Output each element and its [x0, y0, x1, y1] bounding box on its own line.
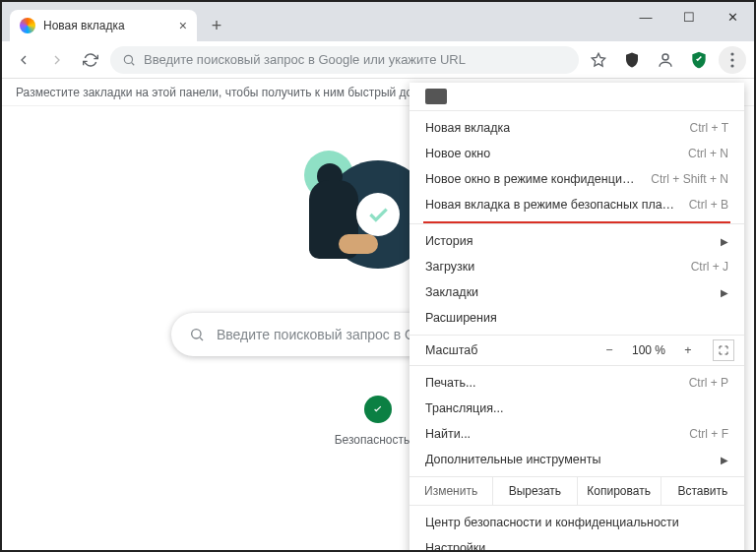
menu-cast[interactable]: Трансляция... [410, 396, 744, 421]
menu-history[interactable]: История ▶ [410, 228, 744, 254]
menu-edit-row: Изменить Вырезать Копировать Вставить [410, 476, 744, 506]
menu-button[interactable] [719, 46, 746, 74]
menu-label: Трансляция... [425, 401, 503, 415]
menu-label: Найти... [425, 427, 471, 441]
menu-label: Расширения [425, 311, 497, 325]
menu-label: Закладки [425, 285, 478, 299]
status-shield-icon [364, 396, 392, 423]
menu-label: Загрузки [425, 260, 474, 274]
menu-label: История [425, 234, 472, 248]
menu-security-center[interactable]: Центр безопасности и конфиденциальности [410, 510, 744, 535]
window-controls: — ☐ ✕ [624, 2, 754, 31]
menu-extensions[interactable]: Расширения [410, 305, 744, 331]
search-icon [122, 53, 136, 67]
menu-edit-label: Изменить [410, 477, 493, 505]
browser-tab[interactable]: Новая вкладка × [10, 10, 197, 41]
menu-label: Новое окно [425, 147, 490, 160]
menu-zoom: Масштаб − 100 % + [410, 336, 744, 365]
maximize-button[interactable]: ☐ [667, 2, 711, 31]
menu-label: Дополнительные инструменты [425, 453, 600, 466]
menu-downloads[interactable]: Загрузки Ctrl + J [410, 254, 744, 279]
svg-point-0 [124, 55, 132, 63]
toolbar: Введите поисковый запрос в Google или ук… [2, 41, 754, 79]
zoom-in-button[interactable]: + [677, 339, 699, 361]
menu-more-tools[interactable]: Дополнительные инструменты ▶ [410, 447, 744, 472]
menu-find[interactable]: Найти... Ctrl + F [410, 421, 744, 447]
menu-label: Новая вкладка [425, 121, 510, 135]
extension-shield-icon[interactable] [618, 46, 646, 74]
menu-paste[interactable]: Вставить [662, 477, 744, 505]
menu-label: Печать... [425, 376, 475, 390]
svg-point-1 [662, 54, 668, 60]
forward-button[interactable] [43, 46, 71, 74]
svg-point-2 [730, 52, 733, 55]
star-bookmark-icon[interactable] [585, 46, 612, 74]
menu-shortcut: Ctrl + N [688, 147, 728, 160]
titlebar: Новая вкладка × + — ☐ ✕ [2, 2, 754, 41]
fullscreen-button[interactable] [713, 339, 734, 361]
menu-bookmarks[interactable]: Закладки ▶ [410, 279, 744, 305]
zoom-out-button[interactable]: − [598, 339, 620, 361]
menu-shortcut: Ctrl + J [691, 260, 728, 274]
zoom-value: 100 % [628, 343, 669, 357]
menu-label: Настройки [425, 541, 485, 552]
ntp-search-placeholder: Введите поисковый запрос в Go [217, 327, 423, 342]
menu-new-incognito[interactable]: Новое окно в режиме конфиденциальности C… [410, 166, 744, 192]
menu-new-secure-tab[interactable]: Новая вкладка в режиме безопасных платеж… [410, 192, 744, 217]
menu-settings[interactable]: Настройки [410, 535, 744, 552]
menu-shortcut: Ctrl + P [689, 376, 728, 390]
menu-label: Масштаб [425, 343, 477, 357]
menu-copy[interactable]: Копировать [578, 477, 662, 505]
chevron-right-icon: ▶ [721, 287, 728, 298]
status-label: Безопасность… [335, 433, 422, 447]
omnibox[interactable]: Введите поисковый запрос в Google или ук… [110, 46, 579, 74]
menu-cut[interactable]: Вырезать [493, 477, 577, 505]
reload-button[interactable] [77, 46, 104, 74]
menu-shortcut: Ctrl + B [689, 198, 728, 212]
tab-close-icon[interactable]: × [179, 18, 187, 33]
close-window-button[interactable]: ✕ [711, 2, 754, 31]
menu-new-tab[interactable]: Новая вкладка Ctrl + T [410, 115, 744, 141]
menu-new-window[interactable]: Новое окно Ctrl + N [410, 141, 744, 166]
menu-label: Новое окно в режиме конфиденциальности [425, 172, 639, 186]
bookmark-hint: Разместите закладки на этой панели, чтоб… [16, 86, 440, 99]
menu-shortcut: Ctrl + F [689, 427, 728, 441]
security-shield-icon[interactable] [685, 46, 713, 74]
chevron-right-icon: ▶ [721, 236, 728, 247]
menu-label: Центр безопасности и конфиденциальности [425, 516, 679, 529]
svg-point-4 [730, 64, 733, 67]
menu-print[interactable]: Печать... Ctrl + P [410, 370, 744, 396]
svg-point-5 [192, 330, 201, 338]
tab-title: Новая вкладка [43, 19, 125, 32]
search-icon [189, 327, 205, 342]
minimize-button[interactable]: — [624, 2, 667, 31]
tab-favicon [20, 18, 35, 33]
profile-icon[interactable] [652, 46, 679, 74]
status-tile[interactable]: Безопасность… [335, 396, 422, 447]
svg-point-3 [730, 58, 733, 61]
menu-label: Новая вкладка в режиме безопасных платеж… [425, 198, 677, 212]
chevron-right-icon: ▶ [721, 455, 728, 465]
menu-shortcut: Ctrl + T [690, 121, 728, 135]
new-tab-button[interactable]: + [203, 12, 230, 39]
cast-icon[interactable] [425, 89, 447, 104]
back-button[interactable] [10, 46, 37, 74]
omnibox-placeholder: Введите поисковый запрос в Google или ук… [144, 52, 466, 67]
main-menu: Новая вкладка Ctrl + T Новое окно Ctrl +… [410, 83, 744, 552]
menu-shortcut: Ctrl + Shift + N [651, 172, 728, 186]
